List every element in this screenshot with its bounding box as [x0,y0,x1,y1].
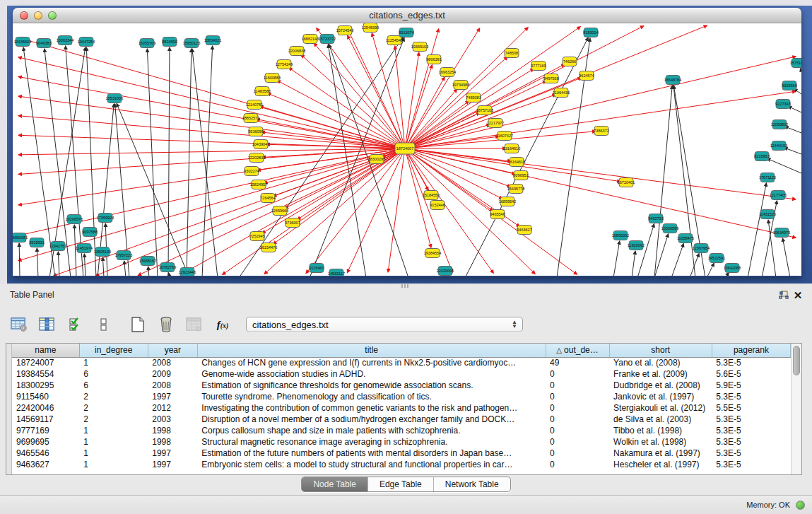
graph-node[interactable]: 16850081 [13,233,28,243]
graph-edge-black[interactable] [767,158,801,173]
graph-node[interactable]: 20206576 [66,215,83,224]
graph-node[interactable]: 7485083 [466,93,481,103]
graph-node[interactable]: 15950123 [183,39,200,48]
column-header-pagerank[interactable]: pagerank [712,344,790,357]
graph-node[interactable]: 15751074 [790,59,801,68]
graph-node[interactable]: 19734983 [452,81,469,90]
table-cell[interactable]: 22420046 [12,402,79,414]
graph-node[interactable]: 21364436 [553,88,570,98]
table-cell[interactable]: Disruption of a novel member of a sodium… [197,414,546,425]
table-cell[interactable]: 2 [79,402,148,414]
graph-node[interactable]: 11483580 [254,87,271,96]
graph-node[interactable]: 18852572 [242,114,259,123]
graph-node[interactable]: 9097588 [82,228,97,237]
graph-edge-red[interactable] [405,89,457,148]
graph-node[interactable]: 3915931 [29,238,44,247]
graph-node[interactable]: 16055709 [139,39,155,48]
graph-edge-black[interactable] [690,253,699,276]
table-cell[interactable]: Corpus callosum shape and size in male p… [197,425,546,436]
graph-edge-black[interactable] [654,86,672,276]
table-cell[interactable]: 14569117 [12,414,79,425]
column-header-year[interactable]: year [148,344,197,357]
graph-node[interactable]: 12548399 [362,23,379,33]
table-cell[interactable]: Estimation of the future numbers of pati… [197,448,546,459]
graph-node[interactable]: 9536098 [248,127,263,136]
graph-node[interactable]: 19384554 [424,249,441,258]
table-cell[interactable]: 0 [546,414,609,425]
graph-edge-black[interactable] [671,244,683,276]
table-cell[interactable]: 1998 [148,436,197,448]
graph-node[interactable]: 10366599 [661,224,678,233]
table-cell[interactable]: 2008 [148,380,197,391]
table-cell[interactable]: de Silva et al. (2003) [609,414,712,425]
graph-edge-red[interactable] [405,91,796,148]
graph-node[interactable]: 16963254 [439,68,456,77]
table-scrollbar[interactable] [791,344,801,474]
table-cell[interactable]: Genome-wide association studies in ADHD. [197,368,546,380]
table-row[interactable]: 1938455462009Genome-wide association stu… [12,368,791,380]
network-window-titlebar[interactable]: citations_edges.txt [13,8,801,23]
delete-table-icon[interactable] [157,315,175,334]
graph-node[interactable]: 9302274 [244,167,259,176]
graph-node[interactable]: 9736007 [285,218,300,228]
table-row[interactable]: 946362711997Embryonic stem cells: a mode… [12,459,791,470]
graph-node[interactable]: 7386372 [594,127,608,136]
deselect-rows-icon[interactable] [95,315,113,334]
table-cell[interactable]: Structural magnetic resonance image aver… [197,436,546,448]
graph-edge-black[interactable] [782,238,790,276]
graph-node[interactable]: 15723722 [319,35,336,44]
table-cell[interactable]: 5.6E-5 [712,368,790,380]
graph-node[interactable]: 18757105 [476,106,493,115]
graph-node[interactable]: 16862143 [302,35,319,44]
graph-node[interactable]: 12093832 [771,120,788,129]
column-header-in_degree[interactable]: in_degree [79,344,148,357]
table-cell[interactable]: 1 [79,436,148,448]
graph-edge-black[interactable] [86,47,96,276]
graph-node[interactable]: 16859542 [499,197,516,206]
network-canvas[interactable]: 1872400722006838127542491160088311483580… [13,23,801,276]
graph-node[interactable]: 15495778 [507,185,524,194]
column-header-out_degree[interactable]: △out_de… [546,344,609,357]
graph-node[interactable]: 22420046 [437,267,454,276]
table-settings-icon[interactable] [10,315,28,334]
graph-node[interactable]: 748508 [505,49,519,58]
graph-node[interactable]: 746266 [563,57,577,66]
table-selector-dropdown[interactable]: citations_edges.txt ▲▼ [246,317,523,332]
table-cell[interactable]: 1 [79,459,148,470]
graph-node[interactable]: 10439047 [252,140,269,149]
graph-node[interactable]: 12923446 [179,268,196,276]
table-cell[interactable]: Tibbo et al. (1998) [609,425,712,436]
table-cell[interactable]: 9463627 [12,459,79,470]
table-cell[interactable]: 5.3E-5 [712,357,790,368]
graph-node[interactable]: 16154476 [260,243,277,252]
graph-node[interactable]: 11431520 [759,210,776,219]
graph-edge-black[interactable] [58,252,59,276]
graph-node[interactable]: 15724549 [336,26,353,35]
graph-node[interactable]: 9497568 [543,74,558,83]
graph-node[interactable]: 10447254 [78,37,95,47]
graph-node[interactable]: 9777169 [531,62,546,71]
table-cell[interactable]: 6 [79,368,148,380]
table-row[interactable]: 2242004622012Investigating the contribut… [12,402,791,414]
graph-node[interactable]: 18724007 [395,143,415,154]
graph-node[interactable]: 11451974 [76,244,93,253]
table-cell[interactable]: 5.3E-5 [712,448,790,459]
graph-node[interactable]: 7264564 [260,194,275,203]
graph-node[interactable]: 9806391 [426,55,441,64]
table-row[interactable]: 911546021997Tourette syndrome. Phenomeno… [12,391,791,402]
table-cell[interactable]: Estimation of significance thresholds fo… [197,380,546,391]
graph-node[interactable]: 12942757 [49,242,66,251]
graph-node[interactable]: 9329966 [782,81,796,90]
table-cell[interactable]: 5.3E-5 [712,391,790,402]
graph-node[interactable]: 15642088 [724,264,741,273]
table-cell[interactable]: 2012 [148,402,197,414]
table-cell[interactable]: 1998 [148,425,197,436]
graph-node[interactable]: 11920062 [628,241,645,250]
table-cell[interactable]: Yano et al. (2008) [609,357,712,368]
graph-node[interactable]: 16648784 [664,76,681,85]
graph-edge-black[interactable] [187,49,192,276]
graph-edge-red[interactable] [18,148,405,261]
graph-edge-red[interactable] [18,76,405,148]
graph-node[interactable]: 18300295 [368,155,385,164]
table-cell[interactable]: 5.9E-5 [712,380,790,391]
